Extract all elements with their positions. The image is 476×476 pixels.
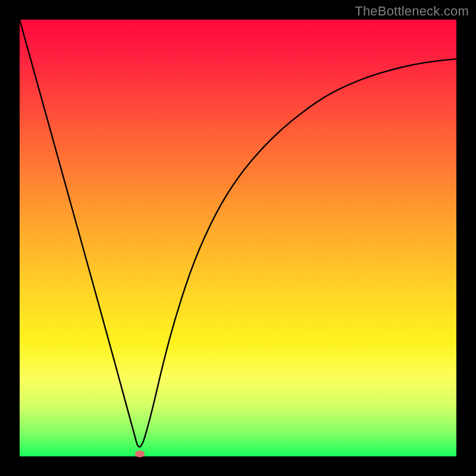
curve-line <box>20 20 456 447</box>
chart-frame: TheBottleneck.com <box>0 0 476 476</box>
watermark-label: TheBottleneck.com <box>355 4 469 19</box>
min-marker-icon <box>135 451 145 458</box>
curve-svg <box>20 20 456 456</box>
plot-area <box>20 20 456 456</box>
